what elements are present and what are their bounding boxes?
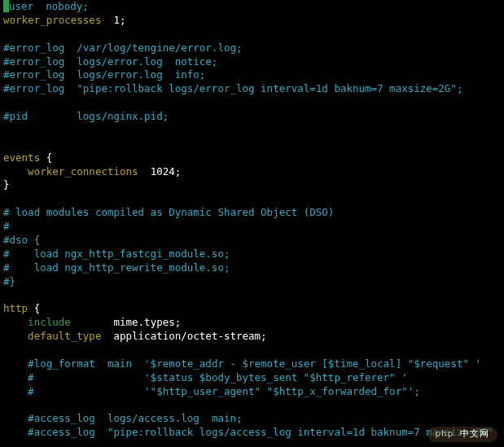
- watermark-left: php: [436, 428, 454, 439]
- code-segment: {: [40, 151, 52, 164]
- code-segment: [3, 344, 10, 356]
- code-segment: #pid logs/nginx.pid;: [3, 110, 169, 122]
- code-segment: application/octet-stream;: [101, 330, 266, 342]
- code-line: [3, 28, 10, 40]
- code-line: #error_log /var/log/tengine/error.log;: [3, 42, 243, 54]
- code-segment: }: [3, 178, 10, 191]
- code-line: include mime.types;: [3, 316, 181, 328]
- code-line: #: [3, 220, 10, 232]
- code-line: [3, 440, 10, 447]
- code-segment: [3, 288, 10, 300]
- code-segment: # '"$http_user_agent" "$http_x_forwarded…: [28, 385, 420, 397]
- watermark-badge: php 中文网: [427, 427, 498, 442]
- code-line: #log_format main '$remote_addr - $remote…: [3, 357, 481, 370]
- code-segment: [3, 330, 28, 342]
- code-line: [3, 288, 10, 300]
- code-segment: user nobody;: [9, 0, 89, 12]
- code-segment: [3, 165, 28, 177]
- code-segment: default_type: [28, 330, 101, 342]
- code-segment: # load ngx_http_rewrite_module.so;: [3, 261, 230, 274]
- code-line: [3, 192, 10, 204]
- code-line: #dso {: [3, 234, 40, 246]
- watermark-right: 中文网: [460, 428, 489, 439]
- code-line: #error_log logs/error.log notice;: [3, 55, 217, 68]
- code-segment: [3, 138, 10, 150]
- code-segment: {: [28, 302, 40, 314]
- code-line: worker_connections 1024;: [3, 165, 181, 177]
- code-segment: # load modules compiled as Dynamic Share…: [3, 206, 334, 218]
- code-segment: worker_processes: [3, 14, 101, 26]
- code-line: # '"$http_user_agent" "$http_x_forwarded…: [3, 385, 420, 397]
- code-line: [3, 96, 10, 108]
- code-segment: include: [28, 316, 71, 328]
- code-segment: [3, 412, 28, 424]
- code-segment: [3, 398, 10, 410]
- code-segment: [3, 440, 10, 447]
- code-line: # load ngx_http_rewrite_module.so;: [3, 261, 230, 274]
- code-segment: [3, 192, 10, 204]
- code-segment: #}: [3, 275, 15, 287]
- code-segment: #log_format main '$remote_addr - $remote…: [28, 357, 481, 370]
- code-segment: http: [3, 302, 28, 314]
- code-line: [3, 344, 10, 356]
- code-segment: [3, 426, 28, 438]
- code-segment: events: [3, 151, 40, 164]
- code-segment: #access_log logs/access.log main;: [28, 412, 242, 424]
- code-segment: [3, 385, 28, 397]
- code-line: [3, 398, 10, 410]
- code-line: #pid logs/nginx.pid;: [3, 110, 169, 122]
- code-line: #}: [3, 275, 15, 287]
- code-segment: #error_log "pipe:rollback logs/error_log…: [3, 82, 462, 94]
- code-segment: # '$status $body_bytes_sent "$http_refer…: [28, 371, 408, 383]
- code-segment: 1024;: [138, 165, 182, 177]
- code-line: user nobody;: [3, 0, 89, 12]
- config-editor[interactable]: user nobody; worker_processes 1; #error_…: [0, 0, 504, 447]
- code-segment: #error_log logs/error.log info;: [3, 68, 205, 81]
- code-segment: #error_log logs/error.log notice;: [3, 55, 217, 68]
- code-line: default_type application/octet-stream;: [3, 330, 267, 342]
- code-segment: 1;: [101, 14, 125, 26]
- code-segment: #dso {: [3, 234, 40, 246]
- code-line: http {: [3, 302, 40, 314]
- code-segment: [3, 96, 10, 108]
- code-segment: [3, 316, 28, 328]
- cursor: [3, 0, 9, 12]
- code-line: }: [3, 178, 10, 191]
- code-line: # '$status $body_bytes_sent "$http_refer…: [3, 371, 408, 383]
- code-segment: #error_log /var/log/tengine/error.log;: [3, 42, 243, 54]
- code-segment: #: [3, 220, 10, 232]
- code-line: #error_log logs/error.log info;: [3, 68, 205, 81]
- code-segment: [3, 357, 28, 370]
- code-line: # load ngx_http_fastcgi_module.so;: [3, 248, 230, 260]
- code-segment: # load ngx_http_fastcgi_module.so;: [3, 248, 230, 260]
- code-segment: worker_connections: [28, 165, 138, 177]
- code-line: [3, 138, 10, 150]
- code-line: worker_processes 1;: [3, 14, 126, 26]
- code-line: #error_log "pipe:rollback logs/error_log…: [3, 82, 462, 94]
- code-segment: [3, 28, 10, 40]
- code-line: events {: [3, 151, 52, 164]
- code-line: #access_log logs/access.log main;: [3, 412, 243, 424]
- code-segment: [3, 371, 28, 383]
- code-segment: mime.types;: [71, 316, 181, 328]
- code-segment: [3, 124, 10, 136]
- code-line: [3, 124, 10, 136]
- code-line: # load modules compiled as Dynamic Share…: [3, 206, 334, 218]
